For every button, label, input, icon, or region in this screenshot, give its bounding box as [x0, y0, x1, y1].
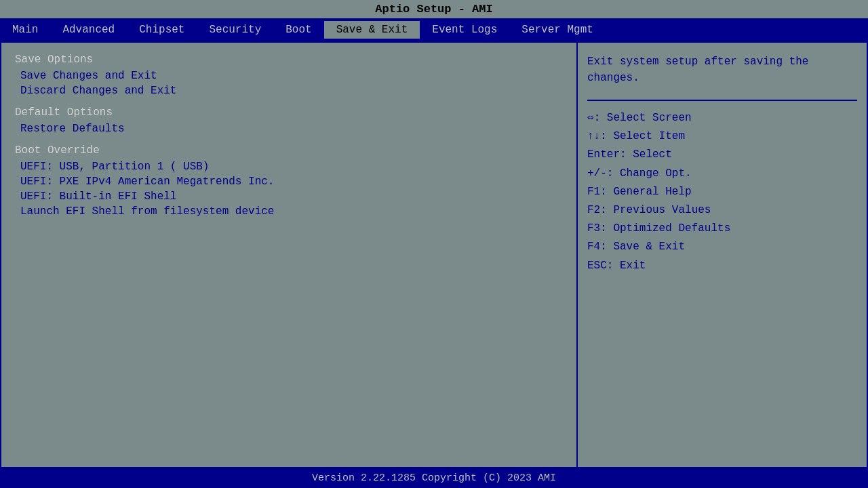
nav-item-boot[interactable]: Boot [273, 21, 323, 39]
menu-item-2-2[interactable]: UEFI: Built-in EFI Shell [15, 189, 563, 204]
right-panel: Exit system setup after saving the chang… [578, 43, 867, 467]
title-text: Aptio Setup - AMI [375, 3, 492, 16]
key-hint-2: Enter: Select [587, 146, 857, 164]
divider [587, 100, 857, 101]
nav-bar: MainAdvancedChipsetSecurityBootSave & Ex… [0, 18, 868, 41]
section-header-2: Boot Override [15, 144, 563, 157]
nav-item-server-mgmt[interactable]: Server Mgmt [509, 21, 606, 39]
nav-item-security[interactable]: Security [197, 21, 273, 39]
help-text: Exit system setup after saving the chang… [587, 54, 857, 86]
key-hint-1: ↑↓: Select Item [587, 127, 857, 146]
nav-item-main[interactable]: Main [0, 21, 50, 39]
nav-item-event-logs[interactable]: Event Logs [420, 21, 509, 39]
footer: Version 2.22.1285 Copyright (C) 2023 AMI [0, 468, 868, 488]
menu-item-0-1[interactable]: Discard Changes and Exit [15, 83, 563, 98]
menu-item-2-0[interactable]: UEFI: USB, Partition 1 ( USB) [15, 159, 563, 174]
menu-item-2-1[interactable]: UEFI: PXE IPv4 American Megatrends Inc. [15, 174, 563, 189]
key-hint-0: ⇔: Select Screen [587, 109, 857, 127]
section-header-1: Default Options [15, 106, 563, 119]
menu-item-2-3[interactable]: Launch EFI Shell from filesystem device [15, 204, 563, 219]
left-panel: Save OptionsSave Changes and ExitDiscard… [1, 43, 578, 467]
main-content: Save OptionsSave Changes and ExitDiscard… [0, 41, 868, 468]
nav-item-chipset[interactable]: Chipset [127, 21, 197, 39]
key-hint-5: F2: Previous Values [587, 201, 857, 220]
menu-item-1-0[interactable]: Restore Defaults [15, 121, 563, 136]
nav-item-save-and-exit[interactable]: Save & Exit [324, 21, 420, 39]
section-header-0: Save Options [15, 54, 563, 66]
key-hint-4: F1: General Help [587, 183, 857, 201]
key-hint-8: ESC: Exit [587, 257, 857, 275]
key-hint-7: F4: Save & Exit [587, 238, 857, 256]
key-hint-3: +/-: Change Opt. [587, 165, 857, 183]
footer-text: Version 2.22.1285 Copyright (C) 2023 AMI [312, 472, 556, 484]
key-hints: ⇔: Select Screen↑↓: Select ItemEnter: Se… [587, 109, 857, 275]
title-bar: Aptio Setup - AMI [0, 0, 868, 18]
key-hint-6: F3: Optimized Defaults [587, 220, 857, 238]
nav-item-advanced[interactable]: Advanced [50, 21, 127, 39]
menu-item-0-0[interactable]: Save Changes and Exit [15, 68, 563, 83]
